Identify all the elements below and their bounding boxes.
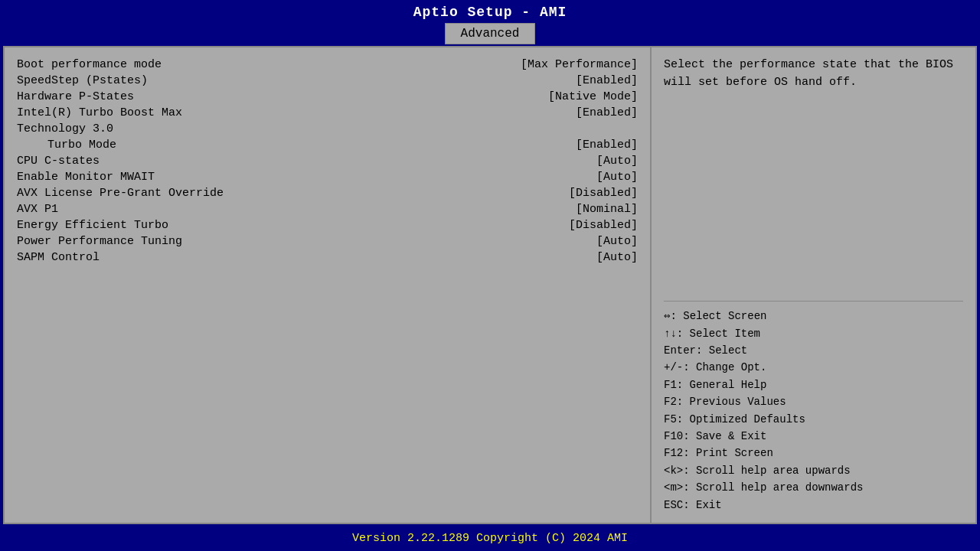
footer-text: Version 2.22.1289 Copyright (C) 2024 AMI: [352, 532, 628, 545]
key-help-line-3: +/-: Change Opt.: [664, 359, 963, 376]
menu-item-value-9: [Nominal]: [576, 203, 638, 216]
menu-item-4[interactable]: Technology 3.0: [17, 121, 638, 137]
menu-item-label-11: Power Performance Tuning: [17, 235, 182, 248]
menu-item-10[interactable]: Energy Efficient Turbo[Disabled]: [17, 217, 638, 233]
menu-item-1[interactable]: SpeedStep (Pstates)[Enabled]: [17, 73, 638, 89]
key-help-line-8: F12: Print Screen: [664, 445, 963, 461]
menu-item-label-7: Enable Monitor MWAIT: [17, 171, 155, 184]
menu-item-7[interactable]: Enable Monitor MWAIT[Auto]: [17, 169, 638, 185]
menu-item-label-5: Turbo Mode: [17, 139, 116, 152]
menu-item-label-9: AVX P1: [17, 203, 58, 216]
app-title: Aptio Setup - AMI: [413, 5, 567, 20]
key-help-line-5: F2: Previous Values: [664, 393, 963, 410]
key-help-line-2: Enter: Select: [664, 342, 963, 359]
menu-item-value-12: [Auto]: [596, 251, 638, 264]
menu-item-value-11: [Auto]: [596, 235, 638, 248]
menu-item-3[interactable]: Intel(R) Turbo Boost Max[Enabled]: [17, 105, 638, 121]
menu-item-11[interactable]: Power Performance Tuning[Auto]: [17, 233, 638, 249]
right-panel: Select the performance state that the BI…: [652, 47, 975, 523]
key-help-line-0: ⇔: Select Screen: [664, 308, 963, 324]
menu-item-label-8: AVX License Pre-Grant Override: [17, 187, 224, 200]
menu-item-value-7: [Auto]: [596, 171, 638, 184]
tab-advanced[interactable]: Advanced: [445, 23, 536, 44]
key-help-line-10: <m>: Scroll help area downwards: [664, 479, 963, 496]
key-help-line-6: F5: Optimized Defaults: [664, 411, 963, 428]
title-bar: Aptio Setup - AMI: [0, 0, 980, 20]
menu-item-label-3: Intel(R) Turbo Boost Max: [17, 106, 182, 119]
menu-item-value-0: [Max Performance]: [521, 58, 638, 71]
menu-item-value-10: [Disabled]: [569, 219, 638, 232]
menu-item-5[interactable]: Turbo Mode[Enabled]: [17, 137, 638, 153]
menu-item-0[interactable]: Boot performance mode[Max Performance]: [17, 57, 638, 73]
key-help-line-7: F10: Save & Exit: [664, 428, 963, 445]
menu-item-value-1: [Enabled]: [576, 74, 638, 87]
menu-item-9[interactable]: AVX P1[Nominal]: [17, 201, 638, 217]
menu-item-label-1: SpeedStep (Pstates): [17, 74, 148, 87]
key-help-line-11: ESC: Exit: [664, 497, 963, 514]
menu-item-12[interactable]: SAPM Control[Auto]: [17, 249, 638, 266]
footer: Version 2.22.1289 Copyright (C) 2024 AMI: [0, 526, 980, 551]
left-panel: Boot performance mode[Max Performance]Sp…: [5, 47, 652, 523]
menu-item-value-6: [Auto]: [596, 155, 638, 168]
menu-item-label-10: Energy Efficient Turbo: [17, 219, 168, 232]
key-help: ⇔: Select Screen↑↓: Select ItemEnter: Se…: [664, 308, 963, 514]
menu-item-value-2: [Native Mode]: [548, 90, 638, 103]
menu-item-value-8: [Disabled]: [569, 187, 638, 200]
menu-item-8[interactable]: AVX License Pre-Grant Override[Disabled]: [17, 185, 638, 201]
menu-item-label-4: Technology 3.0: [17, 122, 113, 135]
main-content: Boot performance mode[Max Performance]Sp…: [3, 46, 977, 524]
menu-item-label-2: Hardware P-States: [17, 90, 134, 103]
menu-item-6[interactable]: CPU C-states[Auto]: [17, 153, 638, 169]
menu-item-label-12: SAPM Control: [17, 251, 100, 264]
divider: [664, 301, 963, 302]
menu-item-label-0: Boot performance mode: [17, 58, 162, 71]
menu-item-label-6: CPU C-states: [17, 155, 100, 168]
key-help-line-1: ↑↓: Select Item: [664, 325, 963, 342]
menu-item-value-5: [Enabled]: [576, 139, 638, 152]
app: Aptio Setup - AMI Advanced Boot performa…: [0, 0, 980, 551]
menu-item-2[interactable]: Hardware P-States[Native Mode]: [17, 89, 638, 105]
tab-bar: Advanced: [0, 20, 980, 44]
key-help-line-4: F1: General Help: [664, 377, 963, 393]
menu-item-value-3: [Enabled]: [576, 106, 638, 119]
help-text: Select the performance state that the BI…: [664, 57, 963, 295]
key-help-line-9: <k>: Scroll help area upwards: [664, 462, 963, 479]
